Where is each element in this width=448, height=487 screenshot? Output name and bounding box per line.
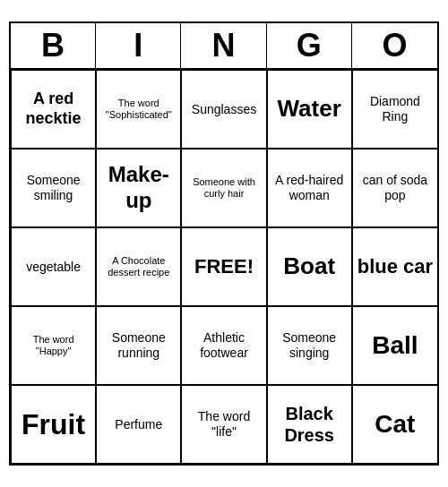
bingo-grid: A red necktieThe word "Sophisticated"Sun… bbox=[11, 70, 437, 464]
bingo-cell: Ball bbox=[352, 306, 437, 385]
bingo-card: BINGO A red necktieThe word "Sophisticat… bbox=[9, 21, 439, 466]
header-letter: I bbox=[96, 23, 181, 68]
bingo-cell: Diamond Ring bbox=[352, 70, 437, 149]
bingo-cell: Sunglasses bbox=[181, 70, 266, 149]
bingo-cell: Perfume bbox=[96, 385, 181, 464]
bingo-cell: Someone running bbox=[96, 306, 181, 385]
bingo-header: BINGO bbox=[11, 23, 437, 70]
bingo-cell: Water bbox=[267, 70, 352, 149]
header-letter: N bbox=[181, 23, 266, 68]
bingo-cell: Someone singing bbox=[267, 306, 352, 385]
bingo-cell: Someone with curly hair bbox=[181, 149, 266, 227]
bingo-cell: blue car bbox=[352, 227, 437, 306]
bingo-cell: FREE! bbox=[181, 227, 266, 306]
header-letter: O bbox=[352, 23, 437, 68]
bingo-cell: The word "Sophisticated" bbox=[96, 70, 181, 149]
bingo-cell: Someone smiling bbox=[11, 149, 96, 227]
bingo-cell: A red-haired woman bbox=[267, 149, 352, 227]
bingo-cell: vegetable bbox=[11, 227, 96, 306]
bingo-cell: A red necktie bbox=[11, 70, 96, 149]
bingo-cell: can of soda pop bbox=[352, 149, 437, 227]
bingo-cell: Athletic footwear bbox=[181, 306, 266, 385]
bingo-cell: Make-up bbox=[96, 149, 181, 227]
header-letter: B bbox=[11, 23, 96, 68]
bingo-cell: A Chocolate dessert recipe bbox=[96, 227, 181, 306]
bingo-cell: Cat bbox=[352, 385, 437, 464]
bingo-cell: Boat bbox=[267, 227, 352, 306]
header-letter: G bbox=[267, 23, 352, 68]
bingo-cell: Black Dress bbox=[267, 385, 352, 464]
bingo-cell: The word "life" bbox=[181, 385, 266, 464]
bingo-cell: The word "Happy" bbox=[11, 306, 96, 385]
bingo-cell: Fruit bbox=[11, 385, 96, 464]
